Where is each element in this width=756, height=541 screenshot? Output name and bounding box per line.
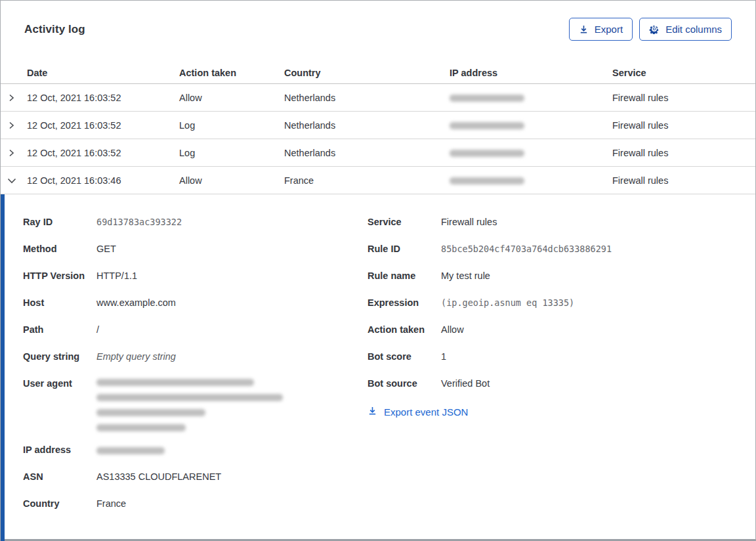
field-label: Ray ID (23, 215, 96, 228)
export-event-json-link[interactable]: Export event JSON (368, 406, 734, 418)
table-row[interactable]: 12 Oct, 2021 16:03:52 Log Netherlands Fi… (1, 112, 755, 139)
field-value: Empty query string (96, 350, 367, 363)
field-label: Country (23, 497, 96, 510)
cell-action: Log (177, 148, 282, 158)
field-value: Verified Bot (441, 377, 734, 390)
field-value: AS13335 CLOUDFLARENET (96, 470, 367, 483)
cell-date: 12 Oct, 2021 16:03:46 (24, 175, 177, 186)
redacted-ip-value (450, 150, 524, 157)
cell-service: Firewall rules (610, 148, 755, 158)
cell-action: Allow (177, 93, 282, 103)
field-label: Rule name (368, 269, 441, 282)
field-value: Allow (441, 323, 734, 336)
field-label: Action taken (368, 323, 441, 336)
field-value-redacted (96, 443, 367, 456)
detail-row-path: Path / (23, 323, 367, 336)
export-event-json-label: Export event JSON (384, 406, 468, 418)
toolbar: Export Edit columns (569, 18, 732, 41)
cell-service: Firewall rules (610, 120, 755, 131)
field-label: Bot score (368, 350, 441, 363)
cell-country: Netherlands (282, 148, 447, 158)
column-header-action: Action taken (177, 68, 282, 78)
field-label: Expression (368, 296, 441, 309)
field-label: Host (23, 296, 96, 309)
field-label: Bot source (368, 377, 441, 390)
cell-action: Log (177, 120, 282, 131)
detail-row-expression: Expression (ip.geoip.asnum eq 13335) (368, 296, 734, 309)
detail-row-service: Service Firewall rules (368, 215, 734, 228)
field-value: (ip.geoip.asnum eq 13335) (441, 296, 613, 309)
cell-country: Netherlands (282, 120, 447, 131)
export-button[interactable]: Export (569, 18, 633, 41)
chevron-right-icon[interactable] (1, 148, 24, 158)
detail-row-rule-id: Rule ID 85bce5b204cf4703a764dcb633886291 (368, 242, 734, 255)
detail-row-query-string: Query string Empty query string (23, 350, 367, 363)
field-label: Rule ID (368, 242, 441, 255)
activity-log-panel: Activity log Export Edit columns (0, 0, 756, 541)
download-icon (368, 406, 377, 418)
redacted-ip-value (450, 95, 524, 102)
chevron-right-icon[interactable] (1, 93, 24, 102)
download-icon (579, 24, 589, 34)
field-value: www.example.com (96, 296, 367, 309)
field-label: ASN (23, 470, 96, 483)
field-label: Path (23, 323, 96, 336)
field-value: 69d13783ac393322 (96, 215, 367, 228)
redacted-user-agent (96, 377, 367, 431)
cell-service: Firewall rules (610, 175, 755, 186)
edit-columns-button-label: Edit columns (665, 24, 722, 35)
field-label: Method (23, 242, 96, 255)
column-header-date: Date (24, 68, 177, 78)
field-label: IP address (23, 443, 96, 456)
redacted-line (96, 409, 205, 416)
redacted-line (96, 379, 254, 386)
field-label: Service (368, 215, 441, 228)
detail-row-ray-id: Ray ID 69d13783ac393322 (23, 215, 367, 228)
detail-row-asn: ASN AS13335 CLOUDFLARENET (23, 470, 367, 483)
detail-row-bot-source: Bot source Verified Bot (368, 377, 734, 390)
field-label: Query string (23, 350, 96, 363)
detail-row-http-version: HTTP Version HTTP/1.1 (23, 269, 367, 282)
redacted-ip-value (96, 447, 165, 454)
cell-ip-redacted (447, 120, 610, 131)
detail-row-bot-score: Bot score 1 (368, 350, 734, 363)
field-value: 85bce5b204cf4703a764dcb633886291 (441, 242, 613, 255)
field-value: My test rule (441, 269, 734, 282)
table-row[interactable]: 12 Oct, 2021 16:03:52 Log Netherlands Fi… (1, 139, 755, 167)
redacted-line (96, 394, 283, 401)
cell-ip-redacted (447, 148, 610, 158)
edit-columns-button[interactable]: Edit columns (639, 18, 732, 41)
details-right-column: Service Firewall rules Rule ID 85bce5b20… (367, 215, 734, 541)
cell-service: Firewall rules (610, 93, 755, 103)
column-header-service: Service (610, 68, 755, 78)
table-header-row: Date Action taken Country IP address Ser… (1, 62, 755, 84)
gear-icon (649, 24, 660, 34)
cell-date: 12 Oct, 2021 16:03:52 (24, 93, 177, 103)
field-value: 1 (441, 350, 734, 363)
detail-row-action-taken: Action taken Allow (368, 323, 734, 336)
header: Activity log Export Edit columns (1, 1, 755, 41)
detail-row-ip-address: IP address (23, 443, 367, 456)
cell-action: Allow (177, 175, 282, 186)
activity-log-table: Date Action taken Country IP address Ser… (1, 62, 755, 194)
redacted-ip-value (450, 122, 524, 129)
detail-row-country: Country France (23, 497, 367, 510)
field-value: HTTP/1.1 (96, 269, 367, 282)
field-value: Firewall rules (441, 215, 734, 228)
details-left-column: Ray ID 69d13783ac393322 Method GET HTTP … (5, 215, 367, 541)
chevron-right-icon[interactable] (1, 121, 24, 130)
column-header-ip: IP address (447, 68, 610, 78)
cell-country: France (282, 175, 447, 186)
field-value-redacted (96, 377, 367, 431)
detail-row-method: Method GET (23, 242, 367, 255)
field-value: GET (96, 242, 367, 255)
chevron-down-icon[interactable] (1, 176, 24, 185)
cell-date: 12 Oct, 2021 16:03:52 (24, 148, 177, 158)
field-label: User agent (23, 377, 96, 431)
table-row-expanded[interactable]: 12 Oct, 2021 16:03:46 Allow France Firew… (1, 167, 755, 194)
table-row[interactable]: 12 Oct, 2021 16:03:52 Allow Netherlands … (1, 84, 755, 112)
event-details-panel: Ray ID 69d13783ac393322 Method GET HTTP … (1, 194, 755, 541)
detail-row-rule-name: Rule name My test rule (368, 269, 734, 282)
cell-country: Netherlands (282, 93, 447, 103)
page-title: Activity log (24, 23, 85, 36)
